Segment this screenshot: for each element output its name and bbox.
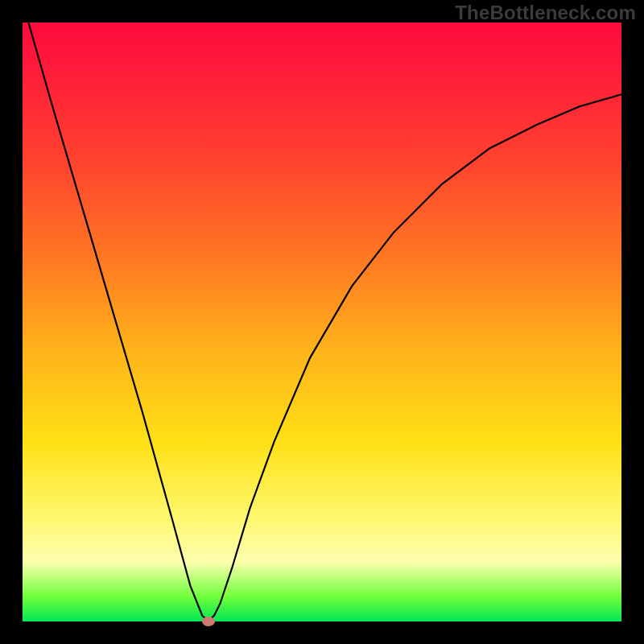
curve-path <box>28 23 621 621</box>
bottleneck-curve <box>23 23 621 621</box>
plot-area <box>23 23 621 621</box>
watermark-text: TheBottleneck.com <box>455 2 636 24</box>
chart-frame: TheBottleneck.com <box>0 0 644 644</box>
min-point-marker <box>202 617 215 626</box>
